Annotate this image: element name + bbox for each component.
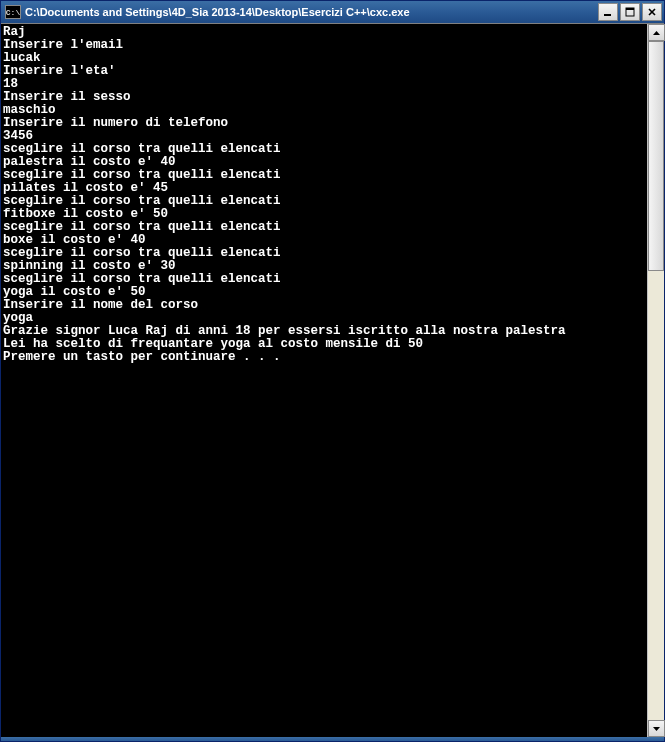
svg-marker-6 xyxy=(653,727,660,731)
window-title: C:\Documents and Settings\4D_Sia 2013-14… xyxy=(25,6,598,18)
app-icon[interactable]: C:\ xyxy=(5,5,21,19)
vertical-scrollbar[interactable] xyxy=(647,24,664,737)
scroll-thumb[interactable] xyxy=(648,41,664,271)
maximize-button[interactable] xyxy=(620,3,640,21)
close-button[interactable] xyxy=(642,3,662,21)
content-area: Raj Inserire l'email lucak Inserire l'et… xyxy=(1,23,664,737)
minimize-button[interactable] xyxy=(598,3,618,21)
taskbar-strip xyxy=(1,737,664,741)
arrow-up-icon xyxy=(653,31,660,35)
svg-rect-0 xyxy=(604,14,611,16)
window-controls xyxy=(598,3,662,21)
svg-rect-2 xyxy=(626,8,634,10)
console-window: C:\ C:\Documents and Settings\4D_Sia 201… xyxy=(0,0,665,742)
console-output[interactable]: Raj Inserire l'email lucak Inserire l'et… xyxy=(1,24,647,737)
svg-marker-5 xyxy=(653,31,660,35)
titlebar[interactable]: C:\ C:\Documents and Settings\4D_Sia 201… xyxy=(1,1,664,23)
scroll-track[interactable] xyxy=(648,41,664,720)
scroll-down-button[interactable] xyxy=(648,720,665,737)
scroll-up-button[interactable] xyxy=(648,24,665,41)
arrow-down-icon xyxy=(653,727,660,731)
